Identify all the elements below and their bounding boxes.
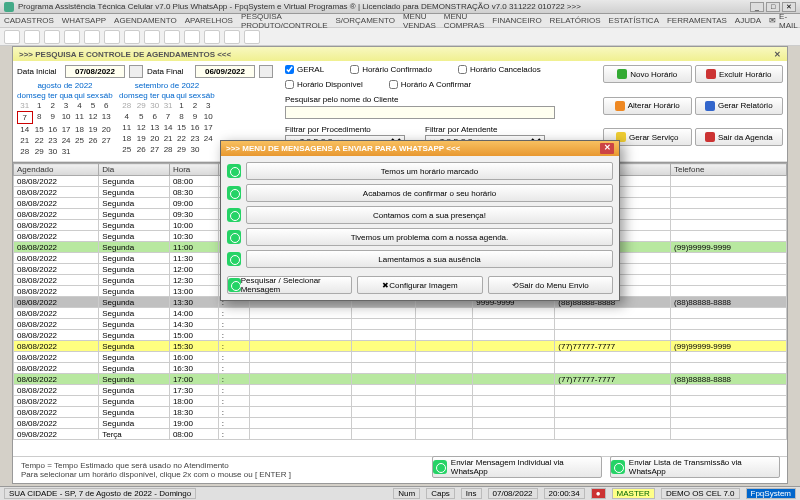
message-button[interactable]: Contamos com a sua presença! (246, 206, 613, 224)
whatsapp-menu-dialog: >>> MENU DE MENSAGENS A ENVIAR PARA WHAT… (220, 140, 620, 301)
status-brand: FpqSystem (746, 488, 796, 499)
menu-aparelhos[interactable]: APARELHOS (185, 16, 233, 25)
panel-close-icon[interactable]: ✕ (774, 50, 781, 59)
toolbar-btn[interactable] (164, 30, 180, 44)
dialog-close-button[interactable]: ✕ (600, 143, 614, 154)
calendar-september[interactable]: setembro de 2022 domsegterquaquisexsáb28… (119, 80, 215, 157)
table-row[interactable]: 08/08/2022Segunda15:00: (14, 330, 787, 341)
whatsapp-icon (227, 208, 241, 222)
calendar-august[interactable]: agosto de 2022 domsegterquaquisexsáb3112… (17, 80, 113, 157)
novo-horario-button[interactable]: Novo Horário (603, 65, 692, 83)
check-confirmado[interactable]: Horário Confirmado (350, 65, 432, 74)
calendar-icon[interactable] (259, 65, 273, 78)
table-row[interactable]: 08/08/2022Segunda18:00: (14, 396, 787, 407)
search-msg-button[interactable]: Pesquisar / Selecionar Mensagem (227, 276, 352, 294)
whatsapp-icon (228, 278, 241, 292)
enviar-individual-button[interactable]: Enviar Mensagem Individual via WhatsApp (432, 456, 602, 478)
menubar: CADASTROS WHATSAPP AGENDAMENTO APARELHOS… (0, 14, 800, 28)
maximize-button[interactable]: □ (766, 2, 780, 12)
toolbar-btn[interactable] (24, 30, 40, 44)
message-button[interactable]: Tivemos um problema com a nossa agenda. (246, 228, 613, 246)
message-button[interactable]: Acabamos de confirmar o seu horário (246, 184, 613, 202)
close-button[interactable]: ✕ (782, 2, 796, 12)
menu-vendas[interactable]: MENU VENDAS (403, 12, 436, 30)
sair-icon: ⟲ (512, 281, 519, 290)
status-ins: Ins (461, 488, 482, 499)
table-row[interactable]: 08/08/2022Segunda17:00:(77)77777-7777(88… (14, 374, 787, 385)
check-geral[interactable]: GERAL (285, 65, 324, 74)
exit-menu-button[interactable]: ⟲ Sair do Menu Envio (488, 276, 613, 294)
calendar-icon[interactable] (129, 65, 143, 78)
toolbar-btn[interactable] (84, 30, 100, 44)
toolbar-btn[interactable] (4, 30, 20, 44)
table-row[interactable]: 08/08/2022Segunda17:30: (14, 385, 787, 396)
menu-estatistica[interactable]: ESTATÍSTICA (609, 16, 659, 25)
minimize-button[interactable]: _ (750, 2, 764, 12)
toolbar-btn[interactable] (184, 30, 200, 44)
col-header[interactable]: Dia (99, 164, 170, 176)
config-img-button[interactable]: ✖ Configurar Imagem (357, 276, 482, 294)
status-time: 20:00:34 (544, 488, 585, 499)
delete-icon (706, 69, 716, 79)
whatsapp-icon (611, 460, 625, 474)
whatsapp-icon (433, 460, 447, 474)
toolbar-btn[interactable] (104, 30, 120, 44)
whatsapp-icon (227, 186, 241, 200)
table-row[interactable]: 08/08/2022Segunda16:30: (14, 363, 787, 374)
table-row[interactable]: 08/08/2022Segunda19:00: (14, 418, 787, 429)
toolbar-btn[interactable] (44, 30, 60, 44)
menu-orcamento[interactable]: S/ORÇAMENTO (335, 16, 394, 25)
dialog-title: >>> MENU DE MENSAGENS A ENVIAR PARA WHAT… (226, 144, 460, 153)
menu-agendamento[interactable]: AGENDAMENTO (114, 16, 177, 25)
toolbar-btn[interactable] (124, 30, 140, 44)
check-disponivel[interactable]: Horário Disponível (285, 80, 363, 89)
col-header[interactable]: Hora (169, 164, 218, 176)
sair-agenda-button[interactable]: Sair da Agenda (695, 128, 784, 146)
toolbar (0, 28, 800, 46)
table-row[interactable]: 08/08/2022Segunda14:00: (14, 308, 787, 319)
status-date: 07/08/2022 (488, 488, 538, 499)
menu-cadastros[interactable]: CADASTROS (4, 16, 54, 25)
app-icon (4, 2, 14, 12)
table-row[interactable]: 08/08/2022Segunda16:00: (14, 352, 787, 363)
menu-email[interactable]: ✉ E-MAIL (769, 12, 798, 30)
window-buttons: _ □ ✕ (750, 2, 796, 12)
message-button[interactable]: Lamentamos a sua ausência (246, 250, 613, 268)
status-caps: Caps (426, 488, 455, 499)
table-row[interactable]: 09/08/2022Terça08:00: (14, 429, 787, 440)
dialog-titlebar: >>> MENU DE MENSAGENS A ENVIAR PARA WHAT… (221, 141, 619, 156)
col-header[interactable]: Telefone (671, 164, 787, 176)
data-inicial-input[interactable] (65, 65, 125, 78)
toolbar-btn[interactable] (64, 30, 80, 44)
table-row[interactable]: 08/08/2022Segunda14:30: (14, 319, 787, 330)
status-rec: ● (591, 488, 606, 499)
menu-ferramentas[interactable]: FERRAMENTAS (667, 16, 727, 25)
whatsapp-icon (227, 164, 241, 178)
menu-pesquisa[interactable]: PESQUISA PRODUTO/CONTROLE (241, 12, 328, 30)
gerar-relatorio-button[interactable]: Gerar Relatório (695, 97, 784, 115)
data-final-input[interactable] (195, 65, 255, 78)
status-demo: DEMO OS CEL 7.0 (661, 488, 740, 499)
toolbar-btn[interactable] (144, 30, 160, 44)
toolbar-btn[interactable] (224, 30, 240, 44)
check-cancelados[interactable]: Horário Cancelados (458, 65, 541, 74)
alterar-horario-button[interactable]: Alterar Horário (603, 97, 692, 115)
check-aconfirmar[interactable]: Horário A Confirmar (389, 80, 471, 89)
menu-relatorios[interactable]: RELATÓRIOS (550, 16, 601, 25)
window-title: Programa Assistência Técnica Celular v7.… (18, 2, 750, 11)
data-final-label: Data Final (147, 67, 191, 76)
menu-financeiro[interactable]: FINANCEIRO (492, 16, 541, 25)
toolbar-btn[interactable] (204, 30, 220, 44)
menu-whatsapp[interactable]: WHATSAPP (62, 16, 106, 25)
enviar-lista-button[interactable]: Enviar Lista de Transmissão via WhatsApp (610, 456, 780, 478)
toolbar-btn[interactable] (244, 30, 260, 44)
search-input[interactable] (285, 106, 555, 119)
message-button[interactable]: Temos um horário marcado (246, 162, 613, 180)
table-row[interactable]: 08/08/2022Segunda18:30: (14, 407, 787, 418)
menu-ajuda[interactable]: AJUDA (735, 16, 761, 25)
search-label: Pesquisar pelo nome do Cliente (285, 95, 597, 104)
excluir-horario-button[interactable]: Excluir Horário (695, 65, 784, 83)
col-header[interactable]: Agendado (14, 164, 99, 176)
table-row[interactable]: 08/08/2022Segunda15:30:(77)77777-7777(99… (14, 341, 787, 352)
menu-compras[interactable]: MENU COMPRAS (444, 12, 484, 30)
